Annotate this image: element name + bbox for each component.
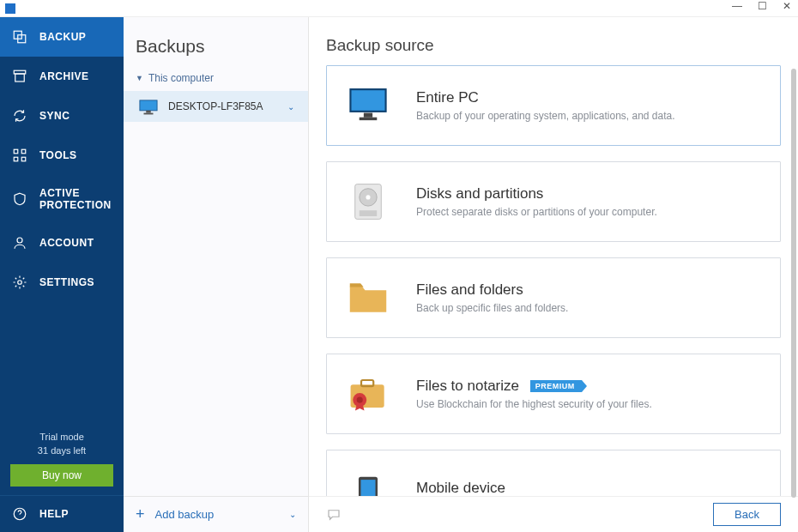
sidebar-item-label: SYNC <box>39 110 70 122</box>
premium-badge: PREMIUM <box>530 380 582 392</box>
sidebar: BACKUP ARCHIVE SYNC TOOLS ACTIVE PROTECT… <box>0 17 124 532</box>
backup-entry[interactable]: DESKTOP-LF3F85A ⌄ <box>124 91 308 122</box>
sidebar-item-label: HELP <box>39 508 69 520</box>
option-desc: Back up specific files and folders. <box>416 302 568 314</box>
svg-rect-6 <box>14 157 18 161</box>
backup-group-this-computer[interactable]: ▼ This computer <box>124 65 308 91</box>
gear-icon <box>12 275 27 290</box>
backup-group-label: This computer <box>148 72 214 84</box>
sidebar-item-settings[interactable]: SETTINGS <box>0 263 124 302</box>
backup-source-options: Entire PC Backup of your operating syste… <box>309 65 798 496</box>
svg-rect-16 <box>360 118 378 120</box>
shield-icon <box>12 191 27 207</box>
buy-now-button[interactable]: Buy now <box>10 464 113 487</box>
trial-mode-status: Trial mode 31 days left <box>0 427 124 464</box>
back-button[interactable]: Back <box>713 503 781 526</box>
svg-point-9 <box>18 281 22 285</box>
sidebar-item-active-protection[interactable]: ACTIVE PROTECTION <box>0 175 124 223</box>
sidebar-item-archive[interactable]: ARCHIVE <box>0 57 124 96</box>
sidebar-item-label: ARCHIVE <box>39 70 89 82</box>
plus-icon: + <box>136 505 145 523</box>
sidebar-item-backup[interactable]: BACKUP <box>0 17 124 57</box>
svg-rect-26 <box>361 480 376 496</box>
svg-rect-12 <box>146 111 150 113</box>
feedback-icon[interactable] <box>326 507 342 523</box>
sidebar-item-label: TOOLS <box>39 149 77 161</box>
sidebar-item-sync[interactable]: SYNC <box>0 96 124 136</box>
account-icon <box>12 235 27 251</box>
mobile-device-icon <box>344 466 392 496</box>
svg-rect-22 <box>361 380 373 386</box>
option-desc: Use Blockchain for the highest security … <box>416 398 652 410</box>
sidebar-item-label: ACTIVE PROTECTION <box>39 187 112 211</box>
option-disks-partitions[interactable]: Disks and partitions Protect separate di… <box>326 161 781 242</box>
svg-rect-11 <box>140 100 157 111</box>
scrollbar-thumb[interactable] <box>791 69 796 498</box>
sync-icon <box>12 108 27 124</box>
minimize-button[interactable]: — <box>732 0 742 12</box>
backup-icon <box>12 29 27 45</box>
option-entire-pc[interactable]: Entire PC Backup of your operating syste… <box>326 65 781 146</box>
help-icon <box>12 506 27 522</box>
backups-list-title: Backups <box>124 17 308 65</box>
svg-rect-15 <box>364 113 372 118</box>
briefcase-seal-icon <box>344 370 392 418</box>
option-mobile-device[interactable]: Mobile device <box>326 450 781 496</box>
option-heading: Entire PC <box>416 89 675 106</box>
svg-rect-13 <box>143 113 153 115</box>
svg-rect-4 <box>14 149 18 154</box>
sidebar-item-label: SETTINGS <box>39 276 94 288</box>
option-files-folders[interactable]: Files and folders Back up specific files… <box>326 257 781 338</box>
option-desc: Backup of your operating system, applica… <box>416 110 675 122</box>
option-heading: Mobile device <box>416 480 505 496</box>
option-heading: Disks and partitions <box>416 185 657 203</box>
svg-rect-7 <box>21 157 26 161</box>
sidebar-item-account[interactable]: ACCOUNT <box>0 223 124 263</box>
add-backup-button[interactable]: + Add backup ⌄ <box>124 496 308 532</box>
sidebar-item-label: BACKUP <box>39 31 86 43</box>
sidebar-item-label: ACCOUNT <box>39 237 94 249</box>
sidebar-item-help[interactable]: HELP <box>0 495 124 532</box>
disk-icon <box>344 178 392 226</box>
sidebar-item-tools[interactable]: TOOLS <box>0 136 124 175</box>
monitor-icon <box>139 100 158 113</box>
svg-point-19 <box>366 195 370 199</box>
option-desc: Protect separate disks or partitions of … <box>416 206 657 218</box>
svg-point-8 <box>17 238 22 243</box>
option-files-to-notarize[interactable]: Files to notarize PREMIUM Use Blockchain… <box>326 354 781 434</box>
svg-rect-20 <box>360 210 377 216</box>
option-heading: Files to notarize PREMIUM <box>416 378 652 395</box>
svg-rect-14 <box>350 89 385 112</box>
add-backup-label: Add backup <box>155 508 215 521</box>
archive-icon <box>12 69 27 84</box>
main-title: Backup source <box>309 17 798 65</box>
close-button[interactable]: ✕ <box>783 0 791 12</box>
backup-entry-label: DESKTOP-LF3F85A <box>168 100 263 112</box>
window-titlebar: — ☐ ✕ <box>0 0 798 17</box>
chevron-down-icon[interactable]: ⌄ <box>289 510 296 519</box>
svg-point-24 <box>357 397 363 403</box>
main-footer: Back <box>309 496 798 532</box>
backups-list-panel: Backups ▼ This computer DESKTOP-LF3F85A … <box>124 17 309 532</box>
maximize-button[interactable]: ☐ <box>758 0 767 12</box>
monitor-icon <box>344 82 392 130</box>
option-heading: Files and folders <box>416 281 568 299</box>
folder-icon <box>344 274 392 322</box>
svg-rect-5 <box>21 149 26 154</box>
app-icon <box>5 3 15 14</box>
svg-rect-3 <box>15 74 25 82</box>
main-panel: Backup source Entire PC Backup of your o… <box>309 17 798 532</box>
chevron-down-icon: ▼ <box>136 74 143 82</box>
chevron-down-icon[interactable]: ⌄ <box>287 102 294 112</box>
tools-icon <box>12 148 27 163</box>
